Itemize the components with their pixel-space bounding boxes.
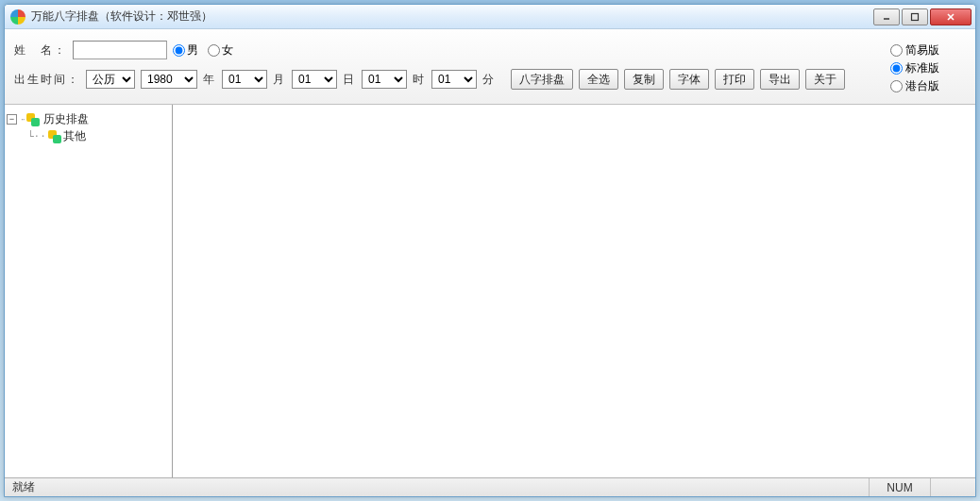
toolbar-left: 姓 名： 男 女 出生时间： 公历: [14, 41, 890, 90]
print-button[interactable]: 打印: [715, 69, 754, 90]
app-icon: [10, 9, 25, 25]
gender-male-label: 男: [187, 42, 198, 58]
birth-row: 出生时间： 公历 1980 年 01 月 01 日 01: [14, 69, 890, 90]
select-all-button[interactable]: 全选: [579, 69, 618, 90]
version-standard-option[interactable]: 标准版: [890, 60, 966, 76]
calendar-select[interactable]: 公历: [86, 70, 135, 89]
paipan-button[interactable]: 八字排盘: [511, 69, 573, 90]
minute-unit: 分: [482, 72, 496, 88]
version-simple-radio[interactable]: [890, 44, 903, 57]
hour-select[interactable]: 01: [362, 70, 407, 89]
statusbar: 就绪 NUM: [5, 477, 975, 496]
window-controls: [873, 8, 972, 25]
tree-child-node[interactable]: └·· 其他: [7, 128, 170, 144]
gender-male-radio[interactable]: [173, 44, 185, 57]
day-select[interactable]: 01: [292, 70, 337, 89]
status-extra: [930, 478, 968, 496]
status-ready: 就绪: [12, 479, 35, 495]
export-button[interactable]: 导出: [760, 69, 800, 90]
maximize-button[interactable]: [902, 8, 928, 25]
gender-female-option[interactable]: 女: [208, 42, 239, 58]
status-num: NUM: [869, 478, 929, 496]
folder-icon: [48, 130, 61, 143]
tree-branch-icon: └··: [27, 130, 48, 142]
gender-male-option[interactable]: 男: [173, 42, 204, 58]
close-button[interactable]: [930, 8, 972, 25]
year-select[interactable]: 1980: [141, 70, 197, 89]
tree-connector-icon: ··: [21, 114, 25, 125]
hour-unit: 时: [413, 72, 426, 88]
name-row: 姓 名： 男 女: [14, 41, 890, 59]
content-area: − ·· 历史排盘 └·· 其他: [5, 105, 975, 477]
about-button[interactable]: 关于: [805, 69, 845, 90]
minute-select[interactable]: 01: [431, 70, 477, 89]
version-gangtai-option[interactable]: 港台版: [890, 78, 966, 94]
version-gangtai-label: 港台版: [905, 78, 939, 94]
app-window: 万能八字排盘（软件设计：邓世强） 姓 名： 男: [4, 4, 976, 497]
version-group: 简易版 标准版 港台版: [890, 41, 966, 94]
month-select[interactable]: 01: [222, 70, 267, 89]
version-gangtai-radio[interactable]: [890, 80, 903, 92]
gender-female-label: 女: [222, 42, 233, 58]
tree-root-label: 历史排盘: [43, 111, 89, 127]
version-simple-label: 简易版: [905, 42, 939, 58]
toolbar: 姓 名： 男 女 出生时间： 公历: [5, 29, 975, 105]
expand-collapse-icon[interactable]: −: [7, 114, 17, 125]
name-input[interactable]: [73, 41, 167, 59]
gender-female-radio[interactable]: [208, 44, 220, 57]
gender-group: 男 女: [173, 42, 239, 58]
history-tree-panel: − ·· 历史排盘 └·· 其他: [5, 105, 173, 477]
folder-icon: [26, 113, 40, 126]
svg-rect-1: [912, 13, 919, 20]
version-simple-option[interactable]: 简易版: [890, 42, 966, 58]
tree-child-label: 其他: [63, 128, 86, 144]
main-output-panel: [173, 105, 975, 477]
titlebar: 万能八字排盘（软件设计：邓世强）: [5, 5, 975, 29]
name-label: 姓 名：: [14, 42, 67, 58]
version-standard-label: 标准版: [905, 60, 939, 76]
day-unit: 日: [343, 72, 356, 88]
tree-root-node[interactable]: − ·· 历史排盘: [7, 110, 170, 128]
version-standard-radio[interactable]: [890, 62, 903, 75]
year-unit: 年: [203, 72, 216, 88]
action-buttons: 八字排盘 全选 复制 字体 打印 导出 关于: [511, 69, 845, 90]
month-unit: 月: [273, 72, 286, 88]
font-button[interactable]: 字体: [669, 69, 709, 90]
copy-button[interactable]: 复制: [624, 69, 664, 90]
birth-label: 出生时间：: [14, 72, 80, 88]
window-title: 万能八字排盘（软件设计：邓世强）: [31, 8, 873, 25]
minimize-button[interactable]: [873, 8, 900, 25]
